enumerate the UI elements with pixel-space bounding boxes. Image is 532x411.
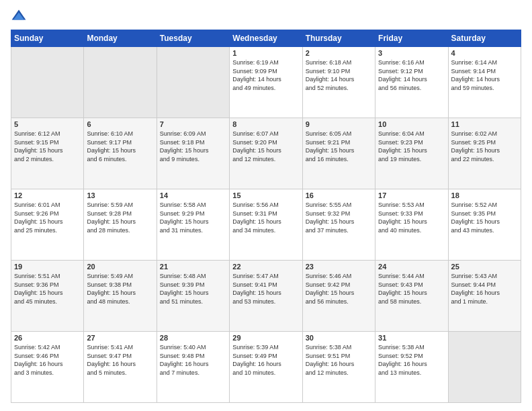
calendar-day-header: Monday bbox=[84, 30, 157, 47]
day-info: Sunrise: 6:12 AM Sunset: 9:15 PM Dayligh… bbox=[14, 130, 81, 163]
day-info: Sunrise: 5:53 AM Sunset: 9:33 PM Dayligh… bbox=[378, 201, 445, 234]
calendar-day-cell: 10Sunrise: 6:04 AM Sunset: 9:23 PM Dayli… bbox=[375, 118, 448, 189]
day-number: 4 bbox=[451, 49, 518, 57]
day-number: 22 bbox=[232, 263, 299, 271]
calendar-day-cell: 6Sunrise: 6:10 AM Sunset: 9:17 PM Daylig… bbox=[84, 118, 157, 189]
calendar-day-header: Wednesday bbox=[230, 30, 302, 47]
day-info: Sunrise: 5:46 AM Sunset: 9:42 PM Dayligh… bbox=[306, 272, 372, 306]
day-info: Sunrise: 5:39 AM Sunset: 9:49 PM Dayligh… bbox=[232, 343, 299, 377]
day-info: Sunrise: 5:55 AM Sunset: 9:32 PM Dayligh… bbox=[306, 201, 372, 234]
day-number: 18 bbox=[451, 191, 518, 199]
day-number: 12 bbox=[14, 191, 81, 199]
calendar-day-cell: 20Sunrise: 5:49 AM Sunset: 9:38 PM Dayli… bbox=[84, 261, 157, 332]
calendar-day-cell: 14Sunrise: 5:58 AM Sunset: 9:29 PM Dayli… bbox=[157, 189, 229, 261]
calendar-week-row: 5Sunrise: 6:12 AM Sunset: 9:15 PM Daylig… bbox=[11, 118, 521, 189]
calendar-day-cell: 16Sunrise: 5:55 AM Sunset: 9:32 PM Dayli… bbox=[302, 189, 375, 261]
day-number: 9 bbox=[306, 120, 372, 128]
day-info: Sunrise: 6:04 AM Sunset: 9:23 PM Dayligh… bbox=[378, 130, 445, 163]
day-number: 8 bbox=[232, 120, 299, 128]
calendar-day-cell: 25Sunrise: 5:43 AM Sunset: 9:44 PM Dayli… bbox=[448, 261, 521, 332]
calendar-table: SundayMondayTuesdayWednesdayThursdayFrid… bbox=[11, 30, 521, 403]
day-info: Sunrise: 5:59 AM Sunset: 9:28 PM Dayligh… bbox=[87, 201, 153, 234]
day-info: Sunrise: 6:14 AM Sunset: 9:14 PM Dayligh… bbox=[451, 58, 518, 92]
day-info: Sunrise: 5:49 AM Sunset: 9:38 PM Dayligh… bbox=[87, 272, 153, 306]
day-info: Sunrise: 6:19 AM Sunset: 9:09 PM Dayligh… bbox=[232, 58, 299, 92]
calendar-day-cell: 22Sunrise: 5:47 AM Sunset: 9:41 PM Dayli… bbox=[230, 261, 302, 332]
calendar-day-cell: 3Sunrise: 6:16 AM Sunset: 9:12 PM Daylig… bbox=[375, 47, 448, 118]
day-info: Sunrise: 6:02 AM Sunset: 9:25 PM Dayligh… bbox=[451, 130, 518, 163]
calendar-day-header: Friday bbox=[375, 30, 448, 47]
header bbox=[11, 8, 521, 24]
calendar-day-cell: 8Sunrise: 6:07 AM Sunset: 9:20 PM Daylig… bbox=[230, 118, 302, 189]
day-number: 3 bbox=[378, 49, 445, 57]
calendar-day-header: Sunday bbox=[11, 30, 84, 47]
calendar-week-row: 26Sunrise: 5:42 AM Sunset: 9:46 PM Dayli… bbox=[11, 332, 521, 403]
day-number: 11 bbox=[451, 120, 518, 128]
calendar-day-cell: 30Sunrise: 5:38 AM Sunset: 9:51 PM Dayli… bbox=[302, 332, 375, 403]
day-number: 7 bbox=[160, 120, 226, 128]
day-info: Sunrise: 5:40 AM Sunset: 9:48 PM Dayligh… bbox=[160, 343, 226, 377]
day-number: 13 bbox=[87, 191, 153, 199]
calendar-body: 1Sunrise: 6:19 AM Sunset: 9:09 PM Daylig… bbox=[11, 47, 521, 403]
day-number: 21 bbox=[160, 263, 226, 271]
calendar-day-cell: 29Sunrise: 5:39 AM Sunset: 9:49 PM Dayli… bbox=[230, 332, 302, 403]
day-info: Sunrise: 5:47 AM Sunset: 9:41 PM Dayligh… bbox=[232, 272, 299, 306]
day-number: 27 bbox=[87, 334, 153, 342]
calendar-day-cell: 27Sunrise: 5:41 AM Sunset: 9:47 PM Dayli… bbox=[84, 332, 157, 403]
day-number: 10 bbox=[378, 120, 445, 128]
calendar-day-header: Thursday bbox=[302, 30, 375, 47]
calendar-day-cell: 4Sunrise: 6:14 AM Sunset: 9:14 PM Daylig… bbox=[448, 47, 521, 118]
calendar-week-row: 1Sunrise: 6:19 AM Sunset: 9:09 PM Daylig… bbox=[11, 47, 521, 118]
day-number: 16 bbox=[306, 191, 372, 199]
calendar-day-cell: 18Sunrise: 5:52 AM Sunset: 9:35 PM Dayli… bbox=[448, 189, 521, 261]
day-number: 26 bbox=[14, 334, 81, 342]
day-number: 14 bbox=[160, 191, 226, 199]
logo-icon bbox=[11, 8, 27, 24]
calendar-day-cell: 24Sunrise: 5:44 AM Sunset: 9:43 PM Dayli… bbox=[375, 261, 448, 332]
calendar-day-cell: 17Sunrise: 5:53 AM Sunset: 9:33 PM Dayli… bbox=[375, 189, 448, 261]
day-info: Sunrise: 5:56 AM Sunset: 9:31 PM Dayligh… bbox=[232, 201, 299, 234]
calendar-day-cell bbox=[448, 332, 521, 403]
calendar-day-cell: 1Sunrise: 6:19 AM Sunset: 9:09 PM Daylig… bbox=[230, 47, 302, 118]
calendar-page: SundayMondayTuesdayWednesdayThursdayFrid… bbox=[0, 0, 532, 411]
day-number: 1 bbox=[232, 49, 299, 57]
calendar-day-cell: 5Sunrise: 6:12 AM Sunset: 9:15 PM Daylig… bbox=[11, 118, 84, 189]
day-info: Sunrise: 5:38 AM Sunset: 9:51 PM Dayligh… bbox=[306, 343, 372, 377]
day-number: 31 bbox=[378, 334, 445, 342]
day-info: Sunrise: 5:42 AM Sunset: 9:46 PM Dayligh… bbox=[14, 343, 81, 377]
logo bbox=[11, 8, 30, 24]
calendar-day-cell: 11Sunrise: 6:02 AM Sunset: 9:25 PM Dayli… bbox=[448, 118, 521, 189]
day-info: Sunrise: 6:18 AM Sunset: 9:10 PM Dayligh… bbox=[306, 58, 372, 92]
calendar-day-cell: 9Sunrise: 6:05 AM Sunset: 9:21 PM Daylig… bbox=[302, 118, 375, 189]
day-number: 6 bbox=[87, 120, 153, 128]
day-info: Sunrise: 5:48 AM Sunset: 9:39 PM Dayligh… bbox=[160, 272, 226, 306]
day-number: 28 bbox=[160, 334, 226, 342]
day-info: Sunrise: 6:01 AM Sunset: 9:26 PM Dayligh… bbox=[14, 201, 81, 234]
day-number: 24 bbox=[378, 263, 445, 271]
calendar-day-cell: 28Sunrise: 5:40 AM Sunset: 9:48 PM Dayli… bbox=[157, 332, 229, 403]
day-number: 23 bbox=[306, 263, 372, 271]
day-info: Sunrise: 5:51 AM Sunset: 9:36 PM Dayligh… bbox=[14, 272, 81, 306]
calendar-day-header: Tuesday bbox=[157, 30, 229, 47]
day-number: 25 bbox=[451, 263, 518, 271]
day-number: 5 bbox=[14, 120, 81, 128]
day-info: Sunrise: 6:09 AM Sunset: 9:18 PM Dayligh… bbox=[160, 130, 226, 163]
day-info: Sunrise: 5:44 AM Sunset: 9:43 PM Dayligh… bbox=[378, 272, 445, 306]
day-number: 15 bbox=[232, 191, 299, 199]
calendar-day-header: Saturday bbox=[448, 30, 521, 47]
day-info: Sunrise: 5:58 AM Sunset: 9:29 PM Dayligh… bbox=[160, 201, 226, 234]
calendar-day-cell: 2Sunrise: 6:18 AM Sunset: 9:10 PM Daylig… bbox=[302, 47, 375, 118]
calendar-week-row: 12Sunrise: 6:01 AM Sunset: 9:26 PM Dayli… bbox=[11, 189, 521, 261]
day-number: 2 bbox=[306, 49, 372, 57]
calendar-day-cell: 15Sunrise: 5:56 AM Sunset: 9:31 PM Dayli… bbox=[230, 189, 302, 261]
calendar-day-cell: 12Sunrise: 6:01 AM Sunset: 9:26 PM Dayli… bbox=[11, 189, 84, 261]
day-info: Sunrise: 6:10 AM Sunset: 9:17 PM Dayligh… bbox=[87, 130, 153, 163]
day-info: Sunrise: 5:43 AM Sunset: 9:44 PM Dayligh… bbox=[451, 272, 518, 306]
calendar-day-cell: 7Sunrise: 6:09 AM Sunset: 9:18 PM Daylig… bbox=[157, 118, 229, 189]
day-info: Sunrise: 6:05 AM Sunset: 9:21 PM Dayligh… bbox=[306, 130, 372, 163]
day-info: Sunrise: 5:38 AM Sunset: 9:52 PM Dayligh… bbox=[378, 343, 445, 377]
calendar-day-cell bbox=[84, 47, 157, 118]
day-number: 20 bbox=[87, 263, 153, 271]
day-number: 29 bbox=[232, 334, 299, 342]
day-info: Sunrise: 5:41 AM Sunset: 9:47 PM Dayligh… bbox=[87, 343, 153, 377]
